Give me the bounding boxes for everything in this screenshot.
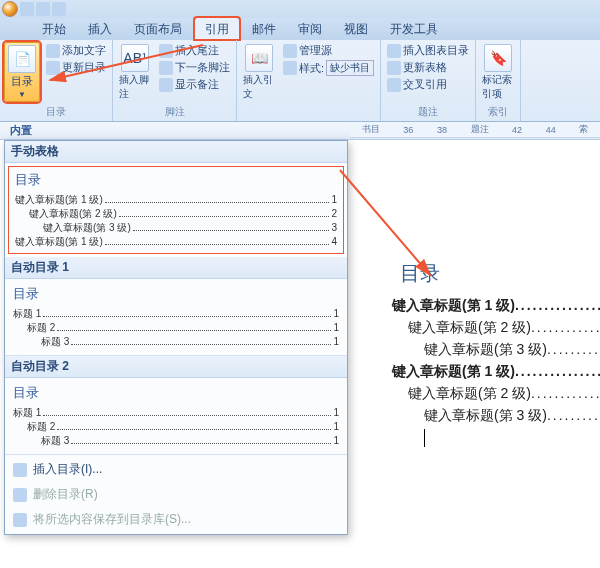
tab-view[interactable]: 视图 — [334, 18, 378, 40]
tab-mailings[interactable]: 邮件 — [242, 18, 286, 40]
gallery-footer: 插入目录(I)... 删除目录(R) 将所选内容保存到目录库(S)... — [5, 455, 347, 534]
toc-preview-line: 标题 31 — [13, 434, 339, 448]
tab-insert[interactable]: 插入 — [78, 18, 122, 40]
toc-icon: 📄 — [8, 45, 36, 73]
group-label-footnotes: 脚注 — [117, 104, 232, 119]
caption-buttons: 插入图表目录 更新表格 交叉引用 — [385, 42, 471, 93]
doc-toc-line: 键入章标题(第 1 级).................. — [360, 363, 600, 381]
show-notes-button[interactable]: 显示备注 — [157, 76, 232, 93]
document-area[interactable]: 目录 键入章标题(第 1 级).................. 键入章标题(… — [360, 150, 600, 568]
update-toc-button[interactable]: 更新目录 — [44, 59, 108, 76]
crossref-button[interactable]: 交叉引用 — [385, 76, 471, 93]
office-button[interactable] — [2, 1, 18, 17]
add-text-button[interactable]: 添加文字 — [44, 42, 108, 59]
substrip-builtin: 内置 — [0, 123, 42, 138]
tab-review[interactable]: 审阅 — [288, 18, 332, 40]
toc-label: 目录 — [11, 74, 33, 89]
mark-entry-button[interactable]: 🔖 标记索引项 — [480, 42, 516, 103]
group-label-toc: 目录 — [4, 104, 108, 119]
toc-side-buttons: 添加文字 更新目录 — [44, 42, 108, 102]
endnote-icon — [159, 44, 173, 58]
toc-preview-line: 键入章标题(第 1 级)4 — [15, 235, 337, 249]
gallery-header-manual: 手动表格 — [5, 141, 347, 163]
manage-sources-button[interactable]: 管理源 — [281, 42, 376, 59]
next-icon — [159, 61, 173, 75]
figtable-icon — [387, 44, 401, 58]
save-selection-menu: 将所选内容保存到目录库(S)... — [5, 507, 347, 532]
gallery-item-auto1[interactable]: 目录 标题 11 标题 21 标题 31 — [5, 279, 347, 356]
group-captions: 插入图表目录 更新表格 交叉引用 题注 — [381, 40, 476, 121]
group-citations: 📖 插入引文 管理源 样式:缺少书目 — [237, 40, 381, 121]
toc-preview-line: 标题 11 — [13, 406, 339, 420]
doc-toc-line: 键入章标题(第 3 级).................. — [360, 341, 600, 359]
title-bar — [0, 0, 600, 18]
tab-home[interactable]: 开始 — [32, 18, 76, 40]
insert-toc-icon — [13, 463, 27, 477]
footnote-icon: AB¹ — [121, 44, 149, 72]
qat-redo-icon[interactable] — [52, 2, 66, 16]
toc-preview-line: 标题 31 — [13, 335, 339, 349]
doc-toc-line: 键入章标题(第 3 级).................. — [360, 407, 600, 425]
tab-pagelayout[interactable]: 页面布局 — [124, 18, 192, 40]
toc-preview-line: 键入章标题(第 3 级)3 — [15, 221, 337, 235]
quick-access-toolbar — [20, 2, 66, 16]
insert-endnote-button[interactable]: 插入尾注 — [157, 42, 232, 59]
group-index: 🔖 标记索引项 索引 — [476, 40, 521, 121]
preview-title-a1: 目录 — [13, 285, 339, 303]
gallery-item-auto2[interactable]: 目录 标题 11 标题 21 标题 31 — [5, 378, 347, 455]
toc-preview-line: 标题 11 — [13, 307, 339, 321]
tab-references[interactable]: 引用 — [194, 17, 240, 40]
update2-icon — [387, 61, 401, 75]
ruler: 书目 36 38 题注 42 44 索 — [350, 122, 600, 138]
group-footnotes: AB¹ 插入脚注 插入尾注 下一条脚注 显示备注 脚注 — [113, 40, 237, 121]
insert-toc-menu[interactable]: 插入目录(I)... — [5, 457, 347, 482]
dropdown-arrow-icon: ▼ — [18, 90, 26, 99]
doc-toc-line: 键入章标题(第 2 级).................. — [360, 319, 600, 337]
mark-icon: 🔖 — [484, 44, 512, 72]
insert-figtable-button[interactable]: 插入图表目录 — [385, 42, 471, 59]
gallery-header-auto2: 自动目录 2 — [5, 356, 347, 378]
add-text-icon — [46, 44, 60, 58]
group-label-citations — [241, 107, 376, 119]
update-table-button[interactable]: 更新表格 — [385, 59, 471, 76]
group-label-captions: 题注 — [385, 104, 471, 119]
crossref-icon — [387, 78, 401, 92]
next-footnote-button[interactable]: 下一条脚注 — [157, 59, 232, 76]
insert-footnote-button[interactable]: AB¹ 插入脚注 — [117, 42, 153, 103]
footnote-side: 插入尾注 下一条脚注 显示备注 — [157, 42, 232, 103]
remove-toc-menu: 删除目录(R) — [5, 482, 347, 507]
show-icon — [159, 78, 173, 92]
doc-toc-line: 键入章标题(第 2 级).................. — [360, 385, 600, 403]
toc-preview-line: 键入章标题(第 1 级)1 — [15, 193, 337, 207]
toc-button[interactable]: 📄 目录 ▼ — [4, 42, 40, 102]
style-dropdown[interactable]: 样式:缺少书目 — [281, 59, 376, 77]
citation-side: 管理源 样式:缺少书目 — [281, 42, 376, 103]
ribbon: 📄 目录 ▼ 添加文字 更新目录 目录 AB¹ 插入脚注 插入尾注 下一条脚注 … — [0, 40, 600, 122]
qat-save-icon[interactable] — [20, 2, 34, 16]
text-cursor — [424, 429, 425, 447]
qat-undo-icon[interactable] — [36, 2, 50, 16]
preview-title: 目录 — [15, 171, 337, 189]
preview-title-a2: 目录 — [13, 384, 339, 402]
ribbon-tabs: 开始 插入 页面布局 引用 邮件 审阅 视图 开发工具 — [0, 18, 600, 40]
group-toc: 📄 目录 ▼ 添加文字 更新目录 目录 — [0, 40, 113, 121]
doc-toc-line: 键入章标题(第 1 级).................. — [360, 297, 600, 315]
toc-preview-line: 标题 21 — [13, 321, 339, 335]
toc-preview-line: 标题 21 — [13, 420, 339, 434]
save-sel-icon — [13, 513, 27, 527]
toc-preview-line: 键入章标题(第 2 级)2 — [15, 207, 337, 221]
insert-citation-button[interactable]: 📖 插入引文 — [241, 42, 277, 103]
citation-icon: 📖 — [245, 44, 273, 72]
update-icon — [46, 61, 60, 75]
style-icon — [283, 61, 297, 75]
manage-icon — [283, 44, 297, 58]
gallery-header-auto1: 自动目录 1 — [5, 257, 347, 279]
toc-gallery: 手动表格 目录 键入章标题(第 1 级)1 键入章标题(第 2 级)2 键入章标… — [4, 140, 348, 535]
group-label-index: 索引 — [480, 104, 516, 119]
tab-developer[interactable]: 开发工具 — [380, 18, 448, 40]
remove-toc-icon — [13, 488, 27, 502]
doc-toc-title: 目录 — [400, 260, 600, 287]
gallery-item-manual[interactable]: 目录 键入章标题(第 1 级)1 键入章标题(第 2 级)2 键入章标题(第 3… — [8, 166, 344, 254]
